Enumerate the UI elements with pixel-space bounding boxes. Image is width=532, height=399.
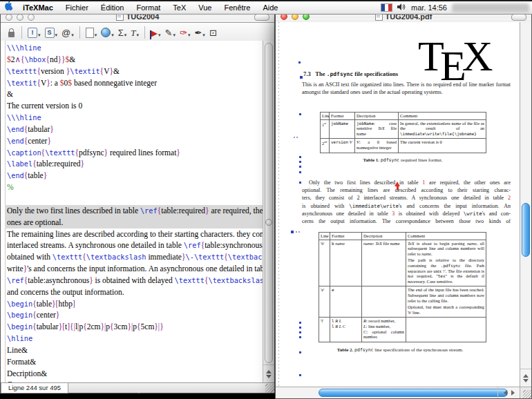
column-header: Format — [330, 113, 355, 120]
editor-line: and concerns the output information. — [7, 286, 263, 298]
web-globe-icon[interactable]: ▾ — [101, 26, 114, 39]
table-cell: R: record number,L: line number,C: optio… — [362, 318, 406, 342]
pdf-horizontal-scrollbar-thumb[interactable] — [319, 389, 508, 397]
pdfsync-anchor-icon[interactable] — [294, 137, 295, 138]
menu-clock[interactable]: mar. 14:56 — [411, 3, 447, 12]
table-cell: In general, the extensionless name of th… — [399, 119, 486, 139]
toolbar-toggle-pill[interactable] — [254, 14, 269, 21]
pdfsync-anchor-icon[interactable] — [296, 231, 297, 233]
pdfsync-anchor-icon[interactable] — [299, 182, 301, 184]
pdfsync-anchor-icon[interactable] — [299, 327, 301, 329]
scroll-down-arrow-icon[interactable] — [266, 375, 272, 378]
table-row: 2ndversion VV: a 0 based nonnegative int… — [321, 139, 486, 153]
pdfsync-anchor-icon[interactable] — [300, 76, 303, 79]
toolbar-divider — [144, 26, 145, 39]
scroll-down-arrow-icon[interactable] — [523, 379, 529, 382]
pdfsync-anchor-icon[interactable] — [299, 166, 301, 168]
editor-line: \begin{table}[htbp] — [7, 298, 263, 310]
pdfsync-anchor-icon[interactable] — [299, 351, 301, 353]
editor-line: \end{tabular} — [7, 124, 263, 135]
editor-line: \ref{table:asynchronous} is obtained wit… — [7, 275, 263, 286]
table-cell: TeX is about to begin parsing name, all … — [406, 240, 486, 286]
pen-icon[interactable]: ✎▾ — [165, 26, 175, 39]
annotate-icon[interactable]: ✑▾ — [180, 26, 190, 39]
toolbar-toggle-pill[interactable] — [511, 14, 526, 21]
editor-scrollbar[interactable] — [263, 41, 274, 383]
pdf-window-corner — [520, 387, 531, 398]
pdf-paragraph-line: optional. The remaining lines are descri… — [302, 186, 511, 194]
lock-icon[interactable] — [7, 26, 16, 39]
editor-scrollbar-thumb[interactable] — [265, 43, 273, 363]
table-cell — [406, 318, 486, 342]
flag-brush-icon[interactable]: ▾ — [151, 26, 161, 39]
pdfsync-anchor-icon[interactable] — [291, 231, 294, 233]
menu-item-vue[interactable]: Vue — [192, 2, 218, 13]
feather-icon[interactable]: ✒▾ — [194, 26, 205, 39]
selection-box-icon[interactable]: ⊡ — [209, 26, 217, 39]
synchronous-stream-table: LineFormatDecriptionComment'b'b namename… — [319, 232, 486, 342]
pdfsync-anchor-icon[interactable] — [299, 156, 301, 158]
pdfsync-anchor-icon[interactable] — [299, 113, 301, 115]
scroll-right-arrow-icon[interactable] — [511, 390, 517, 396]
resize-grip-icon[interactable] — [523, 390, 531, 398]
pdf-paragraph-line: is obtained with \immediate\write's and … — [302, 202, 511, 210]
pdfsync-anchor-icon[interactable] — [298, 61, 301, 64]
editor-line: \hline — [7, 333, 263, 344]
address-icon[interactable]: @▾ — [61, 26, 74, 39]
scroll-up-arrow-icon[interactable] — [523, 374, 529, 378]
pdfsync-anchor-icon[interactable] — [299, 171, 301, 173]
pdf-vertical-scrollbar[interactable] — [520, 22, 531, 387]
pdfsync-anchor-icon[interactable] — [298, 231, 300, 233]
menu-item-édition[interactable]: Édition — [95, 2, 131, 13]
pdfsync-anchor-icon[interactable] — [296, 137, 298, 138]
math-sigma-icon[interactable]: Σ▾ — [118, 26, 127, 39]
table-cell: version V — [330, 139, 355, 153]
input-language-flag-icon[interactable] — [381, 3, 392, 12]
pdfsync-anchor-icon[interactable] — [299, 336, 301, 338]
pdfsync-anchor-icon[interactable] — [299, 161, 301, 163]
scroll-up-arrow-icon[interactable] — [266, 370, 272, 373]
editor-line: \begin{tabular}[t]{|l|p{2cm}|p{3cm}|p{5c… — [7, 321, 263, 333]
menu-item-tex[interactable]: TeX — [167, 2, 192, 13]
editor-line-selected: ones are optional. — [5, 217, 263, 228]
editor-text-area[interactable]: \\\hline$2∧{\hbox{nd}}$&\texttt{version … — [1, 41, 274, 383]
apple-menu-icon[interactable] — [0, 1, 17, 14]
editor-line: \caption{\texttt{pdfsync} required lines… — [7, 147, 263, 159]
text-style-icon[interactable]: T▾ — [131, 26, 139, 39]
pdf-page[interactable]: TEX 7.3 The .pdfsync file specifications… — [276, 22, 520, 387]
editor-scrollbar-arrows[interactable] — [263, 364, 274, 383]
menu-item-aide[interactable]: Aide — [256, 2, 284, 13]
pdfsync-anchor-icon[interactable] — [299, 374, 301, 376]
convert-icon[interactable]: S▾ — [45, 26, 58, 39]
pdf-hscroll-arrows[interactable] — [497, 387, 520, 398]
pdfsync-anchor-icon[interactable] — [299, 322, 301, 324]
pdf-vscroll-arrows[interactable] — [520, 369, 531, 387]
column-header: Line — [319, 233, 330, 240]
volume-icon[interactable] — [397, 1, 406, 14]
pdfsync-marker-arrow-icon — [395, 182, 401, 190]
typeset-icon[interactable]: !▾ — [28, 26, 41, 39]
editor-scrollbar-dimple — [265, 219, 272, 226]
menu-item-fichier[interactable]: Fichier — [59, 2, 95, 13]
column-header: Line — [321, 113, 330, 120]
dropdown-caret-icon: ▾ — [173, 32, 176, 39]
resize-grip-icon[interactable] — [265, 384, 274, 393]
table-cell: 2nd — [321, 139, 330, 153]
editor-line: % — [7, 182, 263, 193]
pdf-vertical-scrollbar-thumb[interactable] — [522, 203, 530, 257]
menu-item-fenêtre[interactable]: Fenêtre — [218, 2, 256, 13]
dropdown-caret-icon: ▾ — [202, 32, 205, 39]
editor-line: \begin{center} — [7, 309, 263, 321]
table-cell: e — [330, 286, 362, 318]
editor-line: The current version is 0 — [7, 100, 263, 112]
editor-line: \texttt{version }\textit{V}& — [7, 66, 263, 77]
pdf-horizontal-scrollbar[interactable] — [276, 387, 520, 398]
pdfsync-anchor-icon[interactable] — [299, 331, 301, 333]
table-cell: jobName: case sensitive TeX file name — [355, 119, 399, 139]
table-cell: The end of the input file has been reach… — [406, 286, 486, 318]
scroll-left-arrow-icon[interactable] — [501, 390, 507, 396]
menu-item-format[interactable]: Format — [130, 2, 167, 13]
table-header-row: LineFormatDecriptionComment — [321, 113, 486, 120]
menu-item-itexmac[interactable]: iTeXMac — [17, 2, 59, 13]
new-document-icon[interactable]: ▾ — [86, 26, 97, 39]
